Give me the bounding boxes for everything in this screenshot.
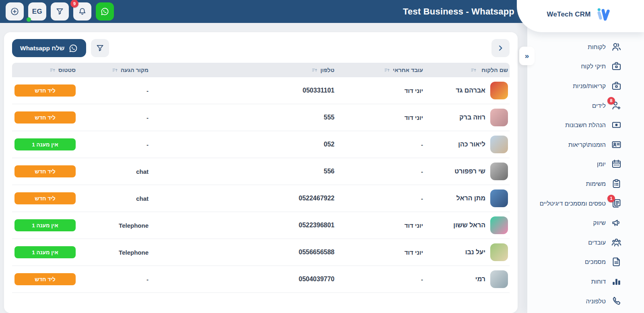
megaphone-icon [611,217,622,228]
sidebar-item-5[interactable]: הנהלת חשבונות [527,115,644,135]
column-label: שם הלקוח [481,67,508,73]
sidebar-item-icon-wrap [611,256,622,267]
customer-phone: 052 [324,141,334,148]
sidebar-item-13[interactable]: דוחות [527,272,644,291]
responsible-employee: יוני דוד [405,249,423,256]
customer-phone: 0556656588 [299,249,334,256]
customer-name: יעל נבו [465,249,485,256]
filter-button[interactable] [51,2,69,21]
customer-name: מתן הראל [456,195,485,202]
sidebar-item-10[interactable]: שיווק [527,213,644,233]
collapse-panel-button[interactable] [491,39,510,57]
column-label: סטטוס [58,67,76,73]
sidebar-item-4[interactable]: 8לידים [527,96,644,115]
sidebar-item-icon-wrap [611,119,622,130]
column-label: עובד אחראי [393,67,423,73]
sidebar: WeTech CRM לקוחותתיקי לקוחקריאות/פניות8ל… [527,0,644,313]
customer-avatar [490,243,508,261]
topbar: EG9 Test Business - Whatsapp [0,0,527,23]
sidebar-item-7[interactable]: יומן [527,154,644,174]
sidebar-header: WeTech CRM [517,0,644,32]
responsible-employee: - [421,168,423,175]
sidebar-item-label: יומן [597,161,606,167]
sidebar-item-icon-wrap: 1 [611,198,622,209]
customer-name: אברהם גד [456,87,485,94]
clipboard-icon [611,178,622,189]
wetech-logo-icon [595,7,614,22]
brand[interactable]: WeTech CRM [517,0,644,29]
sidebar-item-label: הזמנות\קריאות [568,141,606,148]
sort-icon [384,68,390,73]
customer-phone: 0522467922 [299,195,334,202]
table-row[interactable]: רוזה ברקיוני דוד555-ליד חדש [12,104,510,131]
table-row[interactable]: ליאור כהן-052-אין מענה 1 [12,131,510,158]
sidebar-item-1[interactable]: לקוחות [527,37,644,57]
sidebar-nav: לקוחותתיקי לקוחקריאות/פניות8לידיםהנהלת ח… [527,37,644,311]
customer-name: ליאור כהן [458,141,485,148]
topbar-actions: EG9 [6,2,114,21]
customer-name: רוזה ברק [459,114,485,121]
sidebar-item-3[interactable]: קריאות/פניות [527,76,644,96]
column-header-status[interactable]: סטטוס [12,63,79,77]
column-header-phone[interactable]: טלפון [153,63,334,77]
sidebar-item-2[interactable]: תיקי לקוח [527,57,644,76]
whatsapp-button[interactable] [96,2,114,21]
online-presence-dot [27,17,31,22]
column-header-name[interactable]: שם הלקוח [423,63,510,77]
double-chevron-icon: » [525,51,529,60]
table-row[interactable]: הראל ששוןיוני דוד0522396801Telephoneאין … [12,212,510,239]
send-whatsapp-button[interactable]: שלח Whatsapp [12,39,86,57]
sidebar-item-icon-wrap [611,41,622,52]
responsible-employee: יוני דוד [405,114,423,121]
sort-icon [312,68,318,73]
sidebar-item-label: טלפוניה [586,298,606,305]
sidebar-item-14[interactable]: טלפוניה [527,291,644,311]
table-row[interactable]: שי רפפורט-556chatליד חדש [12,158,510,185]
add-button[interactable] [6,2,24,21]
sidebar-item-label: קריאות/פניות [573,82,606,89]
profile-button[interactable]: EG [28,2,46,21]
customer-phone: 556 [324,168,334,175]
app-root: EG9 Test Business - Whatsapp WeTech CRM … [0,0,644,313]
table-row[interactable]: רמי-0504039770-ליד חדש [12,266,510,293]
table-row[interactable]: אברהם גדיוני דוד050331101-ליד חדש [12,77,510,104]
phone-icon [611,296,622,307]
sidebar-item-label: שיווק [593,219,606,226]
sidebar-item-label: משימות [586,180,606,187]
table-filter-button[interactable] [91,39,109,57]
table-body: אברהם גדיוני דוד050331101-ליד חדשרוזה בר… [12,77,510,293]
table-row[interactable]: מתן הראל-0522467922chatליד חדש [12,185,510,212]
notifications-button[interactable]: 9 [73,2,91,21]
sidebar-item-icon-wrap [611,178,622,189]
sidebar-item-11[interactable]: עובדים [527,233,644,252]
sidebar-item-icon-wrap [611,237,622,248]
status-badge: אין מענה 1 [14,219,76,231]
table-row[interactable]: יעל נבויוני דוד0556656588Telephoneאין מע… [12,239,510,266]
customer-phone: 0504039770 [299,276,334,283]
chevron-right-icon [496,43,505,53]
arrival-source: - [147,114,149,121]
sort-icon [50,68,56,73]
column-header-employee[interactable]: עובד אחראי [334,63,423,77]
sidebar-collapse-button[interactable]: » [519,47,535,65]
sidebar-item-12[interactable]: מסמכים [527,252,644,272]
sidebar-item-label: תיקי לקוח [581,63,606,70]
status-badge: אין מענה 1 [14,246,76,258]
users-icon [611,41,622,52]
sidebar-item-label: הנהלת חשבונות [565,121,606,128]
column-label: טלפון [320,67,334,73]
sidebar-item-icon-wrap [611,217,622,228]
sidebar-item-label: לקוחות [588,43,606,50]
customer-name: רמי [475,276,485,283]
document-icon [611,256,622,267]
sidebar-item-icon-wrap [611,159,622,169]
column-header-source[interactable]: מקור הגעה [79,63,153,77]
customer-avatar [490,189,508,207]
sidebar-item-8[interactable]: משימות [527,174,644,194]
briefcase-icon [611,61,622,72]
sidebar-item-icon-wrap [611,296,622,307]
sidebar-item-6[interactable]: הזמנות\קריאות [527,135,644,154]
sidebar-item-9[interactable]: 1טפסים ומסמכים דיגיטליים [527,194,644,213]
arrival-source: chat [136,168,149,175]
customer-phone: 555 [324,114,334,121]
